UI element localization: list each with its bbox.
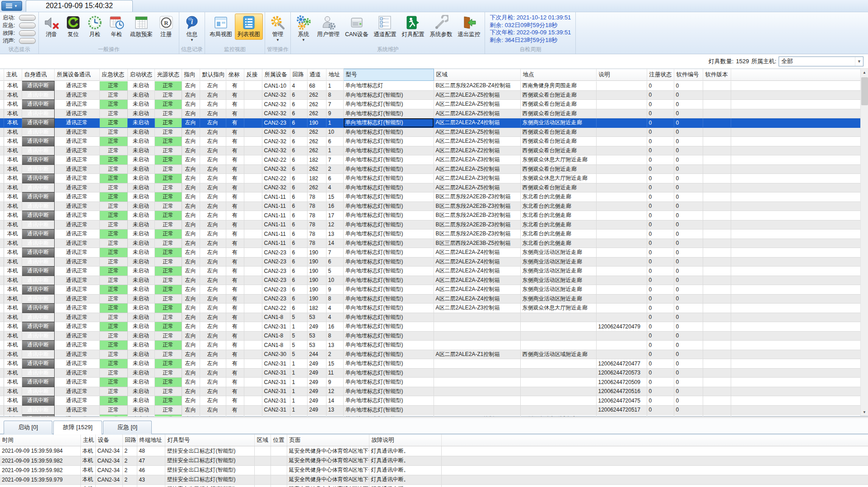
lamp-row[interactable]: 本机通讯中断通讯正常正常未启动正常左向左向有CAN1-1167814单向地埋标志…: [0, 239, 860, 248]
mute-button[interactable]: 消音: [41, 14, 62, 40]
fault-column-header-device[interactable]: 设备: [95, 435, 122, 446]
fault-column-header-host[interactable]: 主机: [80, 435, 95, 446]
info-button[interactable]: i信息▼: [181, 14, 203, 43]
column-header-channel[interactable]: 通道: [307, 69, 326, 81]
lamp-row[interactable]: 本机通讯中断通讯正常正常未启动正常左向左向有CAN2-2361901单向地埋标志…: [0, 118, 860, 128]
host-filter-select[interactable]: 全部 ▼: [779, 56, 863, 66]
system-params-button[interactable]: 系统参数: [427, 14, 455, 40]
fault-column-header-model[interactable]: 灯具型号: [165, 435, 254, 446]
scrollbar-thumb[interactable]: [861, 77, 868, 105]
column-header-address[interactable]: 地址: [326, 69, 343, 81]
column-header-self-comm[interactable]: 自身通讯: [22, 69, 54, 81]
user-management-button[interactable]: 用户管理: [314, 14, 342, 40]
tab-故障[interactable]: 故障 [1529]: [53, 421, 102, 435]
fault-row[interactable]: 2021-09-09 15:39:59.982本机CAN2-34247壁挂安全出…: [0, 456, 868, 465]
fault-row[interactable]: 2021-09-09 15:39:59.978本机CAN2-34242壁挂安全出…: [0, 484, 868, 487]
fault-column-header-fault[interactable]: 故障说明: [369, 435, 441, 446]
fault-row[interactable]: 2021-09-09 15:39:59.982本机CAN2-34246壁挂安全出…: [0, 465, 868, 475]
lamp-row[interactable]: 本机通讯中断通讯正常正常未启动正常左向左向有CAN2-3262624单向地埋标志…: [0, 183, 860, 192]
lamp-row[interactable]: 本机通讯中断通讯正常正常未启动正常左向左向有CAN1-1167812单向地埋标志…: [0, 220, 860, 229]
lamp-row[interactable]: 本机通讯中断通讯正常正常未启动正常左向左向有CAN2-31124914单向地埋标…: [0, 396, 860, 406]
lamp-row[interactable]: 本机通讯中断通讯正常正常未启动正常左向左向有CAN2-23619010单向地埋标…: [0, 276, 860, 285]
lamp-row[interactable]: 本机通讯中断通讯正常正常未启动正常左向左向有CAN2-3262622单向地埋标志…: [0, 164, 860, 174]
lamp-row[interactable]: 本机通讯中断通讯正常正常未启动正常左向左向有CAN2-2361905单向地埋标志…: [0, 267, 860, 276]
column-header-loop[interactable]: 回路: [290, 69, 307, 81]
list-view-button[interactable]: 列表视图: [235, 14, 263, 40]
column-header-device[interactable]: 所属设备: [262, 69, 290, 81]
monthly-check-button[interactable]: 月检: [84, 14, 106, 40]
column-header-model[interactable]: 型号: [343, 69, 434, 81]
column-header-default-direction[interactable]: 默认指向: [200, 69, 226, 81]
lamp-row[interactable]: 本机通讯中断通讯正常正常未启动正常左向左向有CAN2-3262628单向地埋标志…: [0, 90, 860, 100]
lamp-row[interactable]: 本机通讯中断通讯正常正常未启动正常左向左向有CAN2-3262629单向地埋标志…: [0, 109, 860, 118]
exit-monitor-button[interactable]: 退出监控: [455, 14, 483, 40]
fault-row[interactable]: 2021-09-09 15:39:59.984本机CAN2-34248壁挂安全出…: [0, 446, 868, 456]
lamp-row[interactable]: 本机通讯中断通讯正常正常未启动正常左向左向有CAN2-3112499单向地埋标志…: [0, 378, 860, 387]
lamp-row[interactable]: 本机通讯中断通讯正常正常未启动正常左向左向有CAN2-2361906单向地埋标志…: [0, 257, 860, 267]
scroll-up-arrow-icon[interactable]: ▲: [861, 69, 868, 76]
lamp-row[interactable]: 本机通讯中断通讯正常正常未启动正常左向左向有CAN1-1167817单向地埋标志…: [0, 211, 860, 220]
lamp-row[interactable]: 本机通讯中断通讯正常正常未启动正常左向左向有CAN2-2261826单向地埋标志…: [0, 174, 860, 183]
lamp-row[interactable]: 本机通讯中断通讯正常正常未启动正常左向左向有CAN2-31124915单向地埋标…: [0, 359, 860, 369]
column-header-device-comm[interactable]: 所属设备通讯: [54, 69, 99, 81]
column-header-reverse[interactable]: 反接: [244, 69, 262, 81]
column-header-register-state[interactable]: 注册状态: [647, 69, 674, 81]
window-menu-button[interactable]: ▼: [1, 1, 22, 11]
column-header-emergency-state[interactable]: 应急状态: [99, 69, 127, 81]
fault-column-header-time[interactable]: 时间: [0, 435, 80, 446]
can-device-button[interactable]: CAN设备: [342, 14, 371, 40]
lamp-row[interactable]: 本机通讯中断通讯正常正常未启动正常左向左向有CAN2-32626210单向地埋标…: [0, 127, 860, 137]
register-button[interactable]: R注册: [155, 14, 177, 40]
cell-channel: 262: [307, 127, 326, 137]
lamp-row[interactable]: 本机通讯中断通讯正常正常未启动正常左向左向有CAN2-3252616单向地埋标志…: [0, 415, 860, 417]
column-header-direction[interactable]: 指向: [182, 69, 200, 81]
column-header-light-state[interactable]: 光源状态: [154, 69, 182, 81]
fault-column-header-area[interactable]: 区域: [254, 435, 271, 446]
lamp-row[interactable]: 本机通讯中断通讯正常正常未启动正常左向左向有CAN1-1167813单向地埋标志…: [0, 229, 860, 239]
system-button[interactable]: 系统▼: [293, 14, 314, 43]
column-header-start-state[interactable]: 启动状态: [127, 69, 154, 81]
annual-check-button[interactable]: 年检: [106, 14, 127, 40]
reset-button[interactable]: 复位: [62, 14, 84, 40]
tab-应急[interactable]: 应急 [0]: [103, 421, 152, 434]
column-header-area[interactable]: 区域: [434, 69, 520, 81]
lamp-row[interactable]: 本机通讯中断通讯正常正常未启动正常左向左向有CAN1-85534单向地埋标志灯(…: [0, 313, 860, 322]
column-header-software-ver[interactable]: 软件版本: [703, 69, 731, 81]
lamp-row[interactable]: 本机通讯中断通讯正常正常未启动正常左向左向有CAN2-3052442单向地埋标志…: [0, 350, 860, 359]
lamp-row[interactable]: 本机通讯中断通讯正常正常未启动正常左向左向有CAN1-855313单向地埋标志灯…: [0, 341, 860, 350]
lamp-row[interactable]: 本机通讯中断通讯正常正常未启动正常左向左向有CAN2-31124912单向地埋标…: [0, 387, 860, 396]
lamp-row[interactable]: 本机通讯中断通讯正常正常未启动正常左向左向有CAN1-104681单向地埋标志灯…: [0, 81, 860, 91]
tab-启动[interactable]: 启动 [0]: [4, 421, 52, 434]
lamp-row[interactable]: 本机通讯中断通讯正常正常未启动正常左向左向有CAN2-2261824单向地埋标志…: [0, 304, 860, 313]
lamp-row[interactable]: 本机通讯中断通讯正常正常未启动正常左向左向有CAN2-2361908单向地埋标志…: [0, 294, 860, 304]
lamp-row[interactable]: 本机通讯中断通讯正常正常未启动正常左向左向有CAN2-3262627单向地埋标志…: [0, 100, 860, 109]
column-header-location[interactable]: 地点: [520, 69, 596, 81]
channel-config-button[interactable]: 通道配置: [371, 14, 399, 40]
lamp-config-button[interactable]: 灯具配置: [399, 14, 427, 40]
column-header-coordinate[interactable]: 坐标: [226, 69, 244, 81]
lamp-row[interactable]: 本机通讯中断通讯正常正常未启动正常左向左向有CAN1-1167815单向地埋标志…: [0, 192, 860, 202]
lamp-row[interactable]: 本机通讯中断通讯正常正常未启动正常左向左向有CAN2-2261827单向地埋标志…: [0, 155, 860, 165]
scroll-down-arrow-icon[interactable]: ▼: [861, 408, 868, 416]
fault-column-header-page[interactable]: 页面: [287, 435, 369, 446]
lamp-row[interactable]: 本机通讯中断通讯正常正常未启动正常左向左向有CAN2-31124916单向地埋标…: [0, 322, 860, 332]
vertical-scrollbar[interactable]: ▲ ▼: [860, 69, 868, 416]
fault-row[interactable]: 2021-09-09 15:39:59.979本机CAN2-34243壁挂安全出…: [0, 475, 868, 484]
lamp-row[interactable]: 本机通讯中断通讯正常正常未启动正常左向左向有CAN1-1167816单向地埋标志…: [0, 201, 860, 211]
column-header-host[interactable]: 主机: [4, 69, 22, 81]
lamp-row[interactable]: 本机通讯中断通讯正常正常未启动正常左向左向有CAN2-3262626单向地埋标志…: [0, 137, 860, 146]
lamp-row[interactable]: 本机通讯中断通讯正常正常未启动正常左向左向有CAN2-3262621单向地埋标志…: [0, 146, 860, 155]
fault-column-header-loop[interactable]: 回路: [122, 435, 137, 446]
lamp-row[interactable]: 本机通讯中断通讯正常正常未启动正常左向左向有CAN2-31124911单向地埋标…: [0, 368, 860, 378]
evacuation-plan-button[interactable]: 疏散预案: [127, 14, 155, 40]
lamp-row[interactable]: 本机通讯中断通讯正常正常未启动正常左向左向有CAN2-31124913单向地埋标…: [0, 405, 860, 415]
column-header-software-no[interactable]: 软件编号: [674, 69, 703, 81]
lamp-row[interactable]: 本机通讯中断通讯正常正常未启动正常左向左向有CAN2-2361909单向地埋标志…: [0, 285, 860, 295]
manage-button[interactable]: 管理▼: [267, 14, 289, 43]
layout-view-button[interactable]: 布局视图: [207, 14, 235, 40]
fault-column-header-position[interactable]: 位置: [271, 435, 287, 446]
column-header-note[interactable]: 说明: [596, 69, 647, 81]
lamp-row[interactable]: 本机通讯中断通讯正常正常未启动正常左向左向有CAN1-85538单向地埋标志灯(…: [0, 331, 860, 341]
fault-column-header-terminal[interactable]: 终端地址: [137, 435, 165, 446]
lamp-row[interactable]: 本机通讯中断通讯正常正常未启动正常左向左向有CAN2-2361907单向地埋标志…: [0, 248, 860, 258]
